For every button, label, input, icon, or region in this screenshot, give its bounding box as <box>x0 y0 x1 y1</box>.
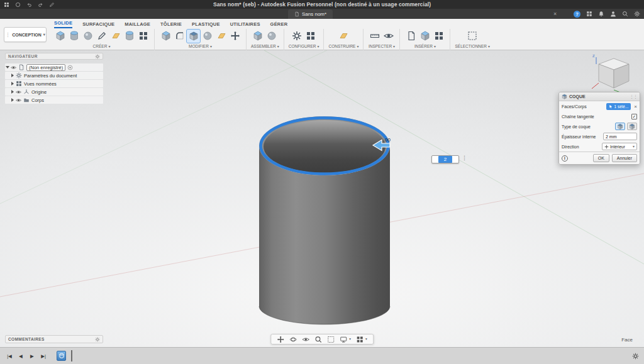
insert-group-menu[interactable]: INSÉRER▾ <box>414 44 436 48</box>
tab-close-icon[interactable]: × <box>553 10 557 18</box>
insert-canvas-icon[interactable] <box>404 30 418 43</box>
assemble-group-menu[interactable]: ASSEMBLER▾ <box>251 44 279 48</box>
apps-grid-icon[interactable] <box>4 2 9 8</box>
profile-icon[interactable] <box>610 11 616 17</box>
shell-dialog-header[interactable]: COQUE ⋮⋮ <box>559 92 640 101</box>
help-icon[interactable]: ? <box>574 11 580 18</box>
step-back-button[interactable]: ◀ <box>16 353 25 359</box>
tab-solide[interactable]: SOLIDE <box>54 20 72 28</box>
search-icon[interactable] <box>622 11 628 17</box>
configure-group-menu[interactable]: CONFIGURER▾ <box>289 44 319 48</box>
timeline-settings-gear-icon[interactable] <box>632 353 639 360</box>
create-sphere-icon[interactable] <box>81 30 94 43</box>
notifications-bell-icon[interactable] <box>598 11 604 17</box>
info-icon[interactable]: i <box>562 155 568 162</box>
timeline-position-marker[interactable] <box>71 350 72 361</box>
create-cylinder-icon[interactable] <box>67 30 80 43</box>
tree-item-origin[interactable]: Origine <box>5 88 103 96</box>
workspace-selector[interactable]: ⋮ CONCEPTION ▾ <box>4 27 47 42</box>
modeling-canvas[interactable]: 00 2 ⋮ NAVIGATEUR (Non enregistré) <box>0 50 644 347</box>
browser-settings-gear-icon[interactable] <box>95 54 100 59</box>
create-group-menu[interactable]: CRÉER▾ <box>93 44 111 48</box>
offset-face-icon[interactable] <box>214 30 228 43</box>
create-plane-icon[interactable] <box>109 30 122 43</box>
look-at-icon[interactable] <box>302 336 309 343</box>
tree-root-row[interactable]: (Non enregistré) <box>5 63 103 71</box>
zoom-icon[interactable] <box>314 336 322 343</box>
measure-icon[interactable] <box>368 30 381 43</box>
configure-icon[interactable] <box>291 30 304 43</box>
document-tab[interactable]: Sans nom* <box>288 9 333 19</box>
tab-maillage[interactable]: MAILLAGE <box>125 21 150 28</box>
expand-triangle-icon[interactable] <box>11 98 14 102</box>
pencil-icon[interactable] <box>49 2 55 8</box>
visibility-eye-icon[interactable] <box>11 65 16 70</box>
comments-settings-gear-icon[interactable] <box>95 337 100 342</box>
shell-type-inside-button[interactable] <box>615 123 625 130</box>
section-analysis-icon[interactable] <box>382 30 395 43</box>
shell-icon[interactable] <box>187 30 200 43</box>
caret-down-icon[interactable]: ▾ <box>349 338 351 341</box>
new-component-icon[interactable] <box>252 30 265 43</box>
comments-bar[interactable]: COMMENTAIRES <box>5 335 103 343</box>
record-circle-icon[interactable] <box>15 2 21 8</box>
orbit-icon[interactable] <box>289 336 297 343</box>
ok-button[interactable]: OK <box>593 154 609 162</box>
expand-triangle-icon[interactable] <box>6 66 9 69</box>
modify-group-menu[interactable]: MODIFIER▾ <box>189 44 212 48</box>
settings-gear-icon[interactable] <box>634 11 640 17</box>
visibility-eye-icon[interactable] <box>16 97 21 103</box>
go-to-start-button[interactable]: |◀ <box>5 353 14 359</box>
clear-selection-icon[interactable]: × <box>634 104 637 109</box>
move-copy-icon[interactable] <box>228 30 242 43</box>
thickness-inline-value[interactable]: 2 <box>438 156 452 163</box>
configuration-table-icon[interactable] <box>304 30 318 43</box>
shell-type-both-button[interactable] <box>627 123 637 130</box>
view-cube[interactable]: Z <box>590 54 638 97</box>
tree-item-named-views[interactable]: Vues nommées <box>5 80 103 87</box>
expand-triangle-icon[interactable] <box>11 82 14 85</box>
fillet-icon[interactable] <box>173 30 186 43</box>
create-pipe-icon[interactable] <box>123 30 136 43</box>
play-button[interactable]: ▶ <box>28 353 36 359</box>
grid-settings-icon[interactable] <box>356 336 364 343</box>
redo-icon[interactable] <box>38 2 43 8</box>
expand-triangle-icon[interactable] <box>11 90 14 94</box>
select-group-menu[interactable]: SÉLECTIONNER▾ <box>455 44 490 48</box>
insert-mesh-icon[interactable] <box>418 30 431 43</box>
insert-svg-icon[interactable] <box>432 30 445 43</box>
timeline-feature-cylinder[interactable] <box>57 351 66 361</box>
cylinder-interior[interactable] <box>264 120 386 173</box>
tangent-chain-checkbox[interactable]: ✓ <box>631 114 637 119</box>
inspect-group-menu[interactable]: INSPECTER▾ <box>369 44 395 48</box>
go-to-end-button[interactable]: ▶| <box>39 353 48 359</box>
cancel-button[interactable]: Annuler <box>612 154 637 162</box>
tab-surfacique[interactable]: SURFACIQUE <box>82 21 114 28</box>
input-drag-handle-icon[interactable]: ⋮ <box>462 155 467 161</box>
tab-gerer[interactable]: GÉRER <box>270 21 288 28</box>
pan-icon[interactable] <box>277 336 284 343</box>
display-settings-icon[interactable] <box>340 336 347 343</box>
joint-icon[interactable] <box>265 30 279 43</box>
press-pull-icon[interactable] <box>159 30 172 43</box>
select-icon[interactable] <box>466 30 479 43</box>
dialog-drag-handle-icon[interactable]: ⋮⋮ <box>630 94 637 99</box>
expand-triangle-icon[interactable] <box>11 74 14 77</box>
tab-utilitaires[interactable]: UTILITAIRES <box>230 21 260 28</box>
create-pattern-icon[interactable] <box>136 30 150 43</box>
root-document-label[interactable]: (Non enregistré) <box>26 64 65 71</box>
thickness-inline-input[interactable]: 2 <box>431 155 459 163</box>
construction-plane-icon[interactable] <box>337 30 350 43</box>
tree-item-document-settings[interactable]: Paramètres du document <box>5 72 103 79</box>
construct-group-menu[interactable]: CONSTRUIRE▾ <box>328 44 358 48</box>
direction-select[interactable]: Intérieur ▾ <box>602 143 637 150</box>
caret-down-icon[interactable]: ▾ <box>365 338 367 341</box>
extensions-grid-icon[interactable] <box>586 11 592 17</box>
create-sketch-icon[interactable] <box>95 30 108 43</box>
tab-plastique[interactable]: PLASTIQUE <box>192 21 220 28</box>
visibility-eye-icon[interactable] <box>16 89 21 95</box>
tree-item-bodies[interactable]: Corps <box>5 96 103 104</box>
combine-icon[interactable] <box>201 30 214 43</box>
browser-header[interactable]: NAVIGATEUR <box>5 53 103 60</box>
undo-icon[interactable] <box>26 2 32 8</box>
